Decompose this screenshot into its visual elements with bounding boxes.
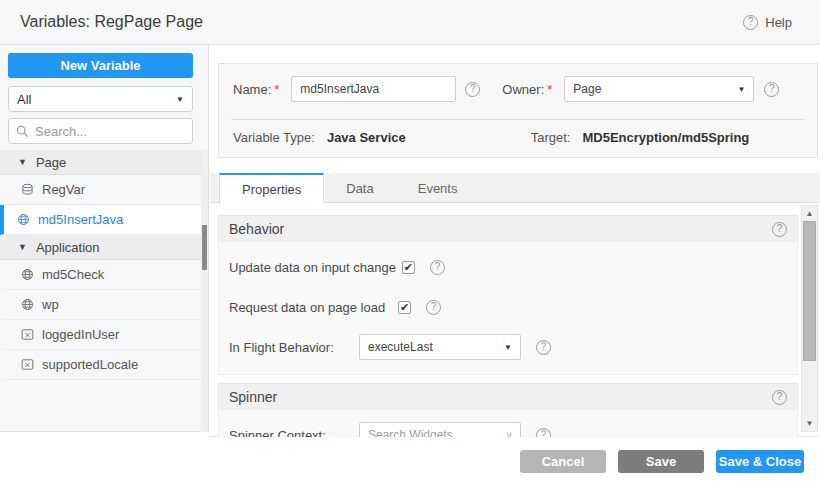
in-flight-help-icon[interactable]	[536, 340, 551, 355]
help-label: Help	[765, 15, 792, 30]
tree-item-supportedlocale[interactable]: supportedLocale	[0, 350, 201, 380]
target-value: MD5Encryption/md5Spring	[582, 130, 749, 145]
owner-value: Page	[573, 82, 601, 96]
sidebar-scrollbar[interactable]	[201, 150, 208, 432]
owner-select[interactable]: Page ▼	[564, 76, 754, 102]
behavior-section: Behavior Update data on input change Req…	[218, 215, 798, 375]
behavior-help-icon[interactable]	[772, 222, 787, 237]
globe-icon	[21, 298, 34, 311]
tree-item-regvar[interactable]: RegVar	[0, 175, 201, 205]
variable-type-label: Variable Type:	[233, 130, 315, 145]
help-icon	[743, 15, 758, 30]
in-flight-value: executeLast	[368, 340, 433, 354]
tree-item-label: md5Check	[42, 267, 104, 282]
tree-item-md5insertjava[interactable]: md5InsertJava	[0, 205, 201, 235]
tab-properties[interactable]: Properties	[219, 173, 324, 203]
behavior-section-title: Behavior	[229, 221, 284, 237]
database-icon	[21, 183, 34, 196]
tree-group-label: Page	[36, 155, 66, 170]
tree-item-label: loggedInUser	[42, 327, 119, 342]
tab-data[interactable]: Data	[324, 173, 395, 202]
tree-item-wp[interactable]: wp	[0, 290, 201, 320]
model-variable-icon	[21, 328, 34, 341]
required-asterisk: *	[547, 82, 552, 97]
spinner-section-title: Spinner	[229, 389, 277, 405]
variable-summary-block: Name: * Owner: * Page ▼ Variable Type: J…	[218, 63, 818, 158]
request-data-checkbox[interactable]: ✔	[398, 301, 411, 314]
tree-item-label: wp	[42, 297, 59, 312]
target-label: Target:	[531, 130, 571, 145]
in-flight-select[interactable]: executeLast ▼	[359, 334, 521, 360]
tree-item-label: supportedLocale	[42, 357, 138, 372]
spinner-help-icon[interactable]	[772, 390, 787, 405]
tab-events[interactable]: Events	[396, 173, 480, 202]
tree-group-application[interactable]: ▼ Application	[0, 235, 201, 260]
required-asterisk: *	[274, 82, 279, 97]
in-flight-label: In Flight Behavior:	[229, 340, 359, 355]
properties-scroll-area: Behavior Update data on input change Req…	[218, 215, 798, 463]
update-data-label: Update data on input change	[229, 260, 396, 275]
scroll-up-icon[interactable]: ▲	[806, 209, 814, 218]
tree-group-label: Application	[36, 240, 100, 255]
variables-sidebar: New Variable All ▼ ▼ Page RegVar md5Inse…	[0, 45, 209, 432]
divider	[231, 119, 805, 120]
chevron-down-icon: ▼	[176, 95, 184, 104]
tree-item-md5check[interactable]: md5Check	[0, 260, 201, 290]
chevron-down-icon: ▼	[18, 242, 27, 252]
properties-scrollbar[interactable]: ▲ ▼	[801, 205, 818, 432]
search-icon	[16, 125, 29, 138]
tree-item-label: RegVar	[42, 182, 85, 197]
cancel-button[interactable]: Cancel	[520, 450, 606, 473]
request-data-help-icon[interactable]	[426, 300, 441, 315]
tree-item-loggedinuser[interactable]: loggedInUser	[0, 320, 201, 350]
request-data-label: Request data on page load	[229, 300, 398, 315]
dialog-footer: Cancel Save Save & Close	[0, 437, 820, 487]
variable-filter-value: All	[17, 92, 31, 107]
owner-label: Owner:	[502, 82, 544, 97]
new-variable-button[interactable]: New Variable	[8, 53, 193, 78]
update-data-help-icon[interactable]	[430, 260, 445, 275]
scroll-down-icon[interactable]: ▼	[806, 419, 814, 428]
variable-search-box[interactable]	[8, 118, 193, 144]
help-button[interactable]: Help	[743, 15, 792, 30]
detail-tabs: Properties Data Events	[210, 173, 820, 203]
tree-group-page[interactable]: ▼ Page	[0, 150, 201, 175]
dialog-header: Variables: RegPage Page Help	[0, 0, 820, 45]
globe-icon	[21, 268, 34, 281]
model-variable-icon	[21, 358, 34, 371]
name-help-icon[interactable]	[465, 82, 480, 97]
search-input[interactable]	[35, 124, 175, 139]
variable-filter-select[interactable]: All ▼	[8, 86, 193, 112]
chevron-down-icon: ▼	[504, 343, 512, 352]
variables-tree: ▼ Page RegVar md5InsertJava ▼ Applicatio…	[0, 150, 201, 380]
tree-item-label: md5InsertJava	[38, 212, 123, 227]
globe-icon	[17, 213, 30, 226]
chevron-down-icon: ▼	[737, 85, 745, 94]
save-button[interactable]: Save	[618, 450, 704, 473]
page-title: Variables: RegPage Page	[20, 13, 203, 31]
properties-scrollbar-thumb[interactable]	[803, 221, 816, 361]
update-data-checkbox[interactable]	[402, 261, 415, 274]
save-and-close-button[interactable]: Save & Close	[716, 450, 804, 473]
chevron-down-icon: ▼	[18, 157, 27, 167]
variable-detail-panel: Name: * Owner: * Page ▼ Variable Type: J…	[210, 45, 820, 437]
name-input[interactable]	[291, 76, 456, 102]
sidebar-scrollbar-thumb[interactable]	[202, 225, 207, 270]
owner-help-icon[interactable]	[764, 82, 779, 97]
name-label: Name:	[233, 82, 271, 97]
variable-type-value: Java Service	[327, 130, 406, 145]
